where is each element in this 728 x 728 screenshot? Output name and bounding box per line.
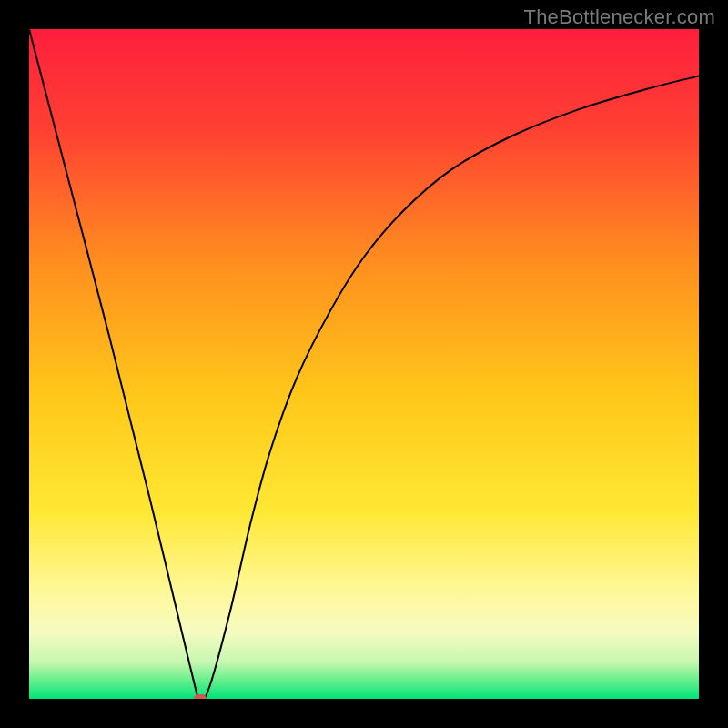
bottleneck-curve — [29, 29, 699, 699]
plot-area — [29, 29, 699, 699]
curve-layer — [29, 29, 699, 699]
watermark-text: TheBottlenecker.com — [524, 5, 715, 29]
minimum-marker — [194, 694, 207, 699]
chart-frame: TheBottlenecker.com — [0, 0, 728, 728]
